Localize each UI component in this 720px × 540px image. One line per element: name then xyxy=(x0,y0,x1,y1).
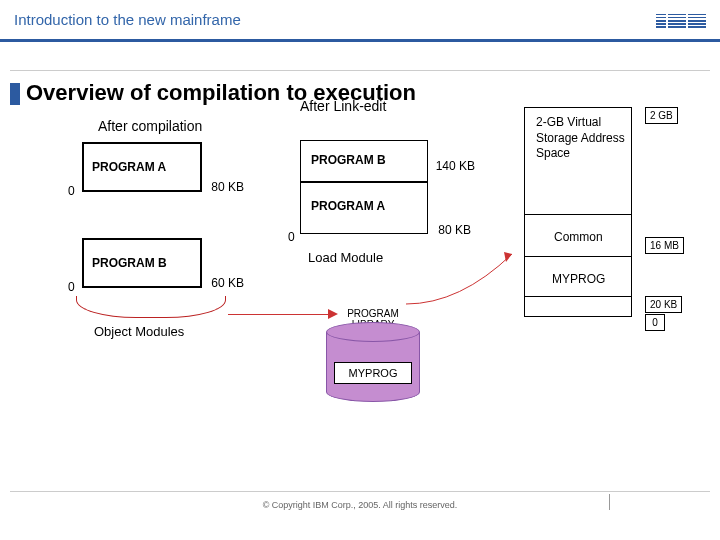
load-program-a-size: 80 KB xyxy=(438,223,471,237)
program-b-origin: 0 xyxy=(68,280,75,294)
program-b-label: PROGRAM B xyxy=(92,256,167,270)
load-program-b-size: 140 KB xyxy=(436,159,475,173)
library-member-label: MYPROG xyxy=(334,362,412,384)
mark-16mb: 16 MB xyxy=(645,237,684,254)
object-modules-label: Object Modules xyxy=(94,324,184,339)
program-b-size: 60 KB xyxy=(211,276,244,290)
common-region-label: Common xyxy=(554,230,603,244)
load-program-a-box: PROGRAM A 80 KB xyxy=(300,182,428,234)
header-title: Introduction to the new mainframe xyxy=(14,11,241,28)
divider-top xyxy=(10,70,710,71)
title-accent xyxy=(10,83,20,105)
arrow-objects-to-library xyxy=(228,300,338,328)
mark-2gb: 2 GB xyxy=(645,107,678,124)
program-a-label: PROGRAM A xyxy=(92,160,166,174)
after-compilation-heading: After compilation xyxy=(98,118,202,134)
slide-header: Introduction to the new mainframe xyxy=(0,0,720,42)
after-linkedit-heading: After Link-edit xyxy=(300,98,386,114)
myprog-region-label: MYPROG xyxy=(552,272,605,286)
mark-zero: 0 xyxy=(645,314,665,331)
load-origin: 0 xyxy=(288,230,295,244)
program-b-object-box: PROGRAM B 60 KB xyxy=(82,238,202,288)
copyright-text: © Copyright IBM Corp., 2005. All rights … xyxy=(0,500,720,510)
divider-bottom xyxy=(10,491,710,492)
program-a-object-box: PROGRAM A 80 KB xyxy=(82,142,202,192)
mark-20kb: 20 KB xyxy=(645,296,682,313)
program-library-cylinder: MYPROG xyxy=(326,322,420,412)
load-module-label: Load Module xyxy=(308,250,383,265)
brace-icon xyxy=(76,296,226,318)
load-program-b-box: PROGRAM B 140 KB xyxy=(300,140,428,182)
load-program-a-label: PROGRAM A xyxy=(311,199,385,213)
arrow-loadmod-to-addrspace xyxy=(400,248,524,308)
footer-separator xyxy=(609,494,610,510)
program-a-origin: 0 xyxy=(68,184,75,198)
address-space-description: 2-GB Virtual Storage Address Space xyxy=(536,115,626,162)
load-program-b-label: PROGRAM B xyxy=(311,153,386,167)
program-a-size: 80 KB xyxy=(211,180,244,194)
ibm-logo xyxy=(656,12,706,28)
